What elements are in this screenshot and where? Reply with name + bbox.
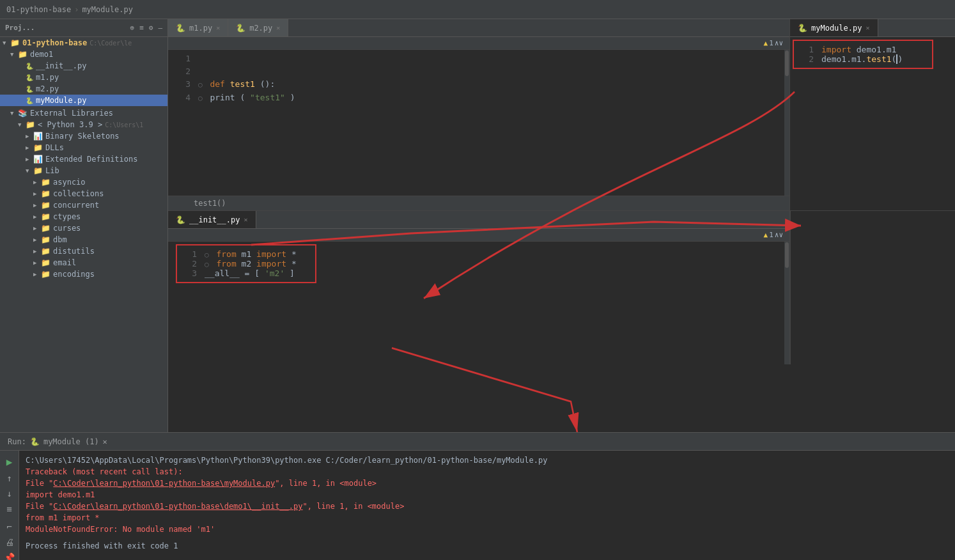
folder-icon: 📁 xyxy=(41,258,50,267)
traceback-link2[interactable]: C:\Coder\learn_python\01-python-base\dem… xyxy=(53,502,302,511)
scrollbar-thumb xyxy=(785,51,789,76)
tree-label: m2.py xyxy=(36,84,59,93)
m1-footer: test1() xyxy=(168,196,789,210)
builtin-fn: print xyxy=(210,93,235,102)
circle-indicator: ○ xyxy=(198,81,203,89)
init-code-area[interactable]: 1 ○ from m1 import * xyxy=(168,242,789,364)
arrow-icon xyxy=(10,51,18,58)
sidebar-item-ctypes[interactable]: 📁 ctypes xyxy=(0,211,167,222)
wrap-button[interactable]: ≡ xyxy=(6,504,12,514)
traceback-line2: File "C:\Coder\learn_python\01-python-ba… xyxy=(26,501,949,512)
soft-wrap-button[interactable]: ⌐ xyxy=(6,522,12,532)
run-file-icon: 🐍 xyxy=(30,437,40,446)
cmd-text: C:\Users\17452\AppData\Local\Programs\Py… xyxy=(26,456,547,465)
warning-count: 1 xyxy=(769,39,773,47)
folder-icon: 📁 xyxy=(41,189,50,198)
arrow-icon xyxy=(33,214,41,220)
arrow-icon xyxy=(33,225,41,231)
arrow-icon xyxy=(18,121,26,128)
traceback-line1-code: import demo1.m1 xyxy=(26,489,949,501)
proj-label[interactable]: Proj... xyxy=(5,24,35,32)
warning-nav-down[interactable]: ∨ xyxy=(779,231,783,239)
tree-label: Binary Skeletons xyxy=(45,132,120,141)
tree-label: Extended Definitions xyxy=(45,155,138,164)
m1-scrollbar[interactable] xyxy=(784,50,789,196)
sidebar-item-mymodule-py[interactable]: 🐍 myModule.py xyxy=(0,95,167,106)
sidebar-item-m2-py[interactable]: 🐍 m2.py xyxy=(0,83,167,95)
sidebar-toolbar: Proj... ⊕ ≡ ⚙ — xyxy=(0,19,167,37)
lib-item-icon: 📊 xyxy=(33,132,43,141)
sidebar-item-extended-definitions[interactable]: 📊 Extended Definitions xyxy=(0,153,167,165)
tab-mymodule-py[interactable]: 🐍 myModule.py ✕ xyxy=(790,19,878,36)
mymodule-pane: 🐍 myModule.py ✕ 1 import d xyxy=(790,19,955,210)
tab-init-py[interactable]: 🐍 __init__.py ✕ xyxy=(168,211,256,228)
m1-footer-text: test1() xyxy=(194,199,226,208)
close-tab-icon[interactable]: ✕ xyxy=(276,24,280,31)
settings-icon[interactable]: ⚙ xyxy=(149,24,153,32)
sidebar-item-dlls[interactable]: 📁 DLLs xyxy=(0,142,167,153)
sidebar-item-email[interactable]: 📁 email xyxy=(0,257,167,268)
warning-count: 1 xyxy=(769,231,773,239)
tab-label: myModule.py xyxy=(811,24,862,33)
init-warning-bar: ▲ 1 ∧ ∨ xyxy=(168,229,789,242)
folder-icon: 📁 xyxy=(41,178,50,187)
tab-m2-py[interactable]: 🐍 m2.py ✕ xyxy=(228,19,288,36)
breadcrumb: 01-python-base › myModule.py xyxy=(6,5,133,14)
arrow-icon xyxy=(33,179,41,185)
tree-label: ctypes xyxy=(53,212,81,221)
run-output: C:\Users\17452\AppData\Local\Programs\Py… xyxy=(19,451,955,560)
sidebar-item-python39[interactable]: 📁 < Python 3.9 > C:\Users\1 xyxy=(0,119,167,130)
sidebar-item-distutils[interactable]: 📁 distutils xyxy=(0,245,167,257)
m1-code-editor[interactable]: 1 2 3 ○ def xyxy=(173,50,784,196)
sidebar-item-dbm[interactable]: 📁 dbm xyxy=(0,234,167,245)
sidebar-item-init-py[interactable]: 🐍 __init__.py xyxy=(0,60,167,72)
mymodule-code-area[interactable]: 1 import demo1.m1 2 demo1.m1.test1() xyxy=(790,37,955,210)
add-icon[interactable]: ⊕ xyxy=(130,24,135,32)
tree-label: External Libraries xyxy=(30,109,113,118)
sidebar-item-demo1[interactable]: 📁 demo1 xyxy=(0,49,167,60)
scroll-down-button[interactable]: ↓ xyxy=(6,488,12,499)
arrow-icon xyxy=(33,237,41,243)
collapse-all-icon[interactable]: ≡ xyxy=(139,24,144,32)
editor-bottom-split: 🐍 __init__.py ✕ ▲ 1 ∧ ∨ xyxy=(168,211,955,364)
tab-m1-py[interactable]: 🐍 m1.py ✕ xyxy=(168,19,228,36)
folder-icon: 📁 xyxy=(10,38,20,47)
module-not-found-error: ModuleNotFoundError: No module named 'm1… xyxy=(26,524,949,535)
run-button[interactable]: ▶ xyxy=(6,456,13,468)
sidebar-item-01-python-base[interactable]: 📁 01-python-base C:\Coder\le xyxy=(0,37,167,49)
sidebar-item-collections[interactable]: 📁 collections xyxy=(0,188,167,199)
traceback-link1[interactable]: C:\Coder\learn_python\01-python-base\myM… xyxy=(53,479,275,488)
sidebar-item-concurrent[interactable]: 📁 concurrent xyxy=(0,199,167,211)
folder-icon: 📁 xyxy=(33,143,43,152)
sidebar-item-curses[interactable]: 📁 curses xyxy=(0,222,167,234)
warning-nav-up[interactable]: ∧ xyxy=(775,231,779,239)
editor-top-split: 🐍 m1.py ✕ 🐍 m2.py ✕ ▲ 1 xyxy=(168,19,955,211)
clear-button[interactable]: 🖨 xyxy=(5,537,14,547)
sidebar-item-lib[interactable]: 📁 Lib xyxy=(0,165,167,176)
close-tab-icon[interactable]: ✕ xyxy=(244,216,247,223)
run-tab-label[interactable]: Run: 🐍 myModule (1) ✕ xyxy=(0,433,115,450)
sidebar-item-m1-py[interactable]: 🐍 m1.py xyxy=(0,72,167,83)
minimize-icon[interactable]: — xyxy=(158,24,162,32)
code-line-4: 4 ○ print ( "test1" ) xyxy=(173,91,784,105)
init-code-inner: 1 ○ from m1 import * xyxy=(173,242,784,364)
close-tab-icon[interactable]: ✕ xyxy=(216,24,220,31)
tab-label: m2.py xyxy=(249,24,272,33)
sidebar-item-asyncio[interactable]: 📁 asyncio xyxy=(0,176,167,188)
pin-button[interactable]: 📌 xyxy=(4,552,15,560)
init-scrollbar[interactable] xyxy=(784,242,789,364)
folder-icon: 📁 xyxy=(41,224,50,233)
sidebar-item-binary-skeletons[interactable]: 📊 Binary Skeletons xyxy=(0,130,167,142)
close-run-icon[interactable]: ✕ xyxy=(103,437,107,446)
sidebar-item-external-libraries[interactable]: 📚 External Libraries xyxy=(0,107,167,119)
tree-label: __init__.py xyxy=(36,61,86,70)
sidebar-item-encodings[interactable]: 📁 encodings xyxy=(0,268,167,280)
close-tab-icon[interactable]: ✕ xyxy=(866,24,869,31)
py-file-icon: 🐍 xyxy=(26,63,33,70)
warning-nav-down[interactable]: ∨ xyxy=(779,39,783,47)
breadcrumb-file: myModule.py xyxy=(82,5,132,14)
warning-nav-up[interactable]: ∧ xyxy=(775,39,779,47)
arrow-icon xyxy=(33,248,41,254)
scroll-up-button[interactable]: ↑ xyxy=(6,473,12,483)
m1-code-area[interactable]: 1 2 3 ○ def xyxy=(168,50,789,196)
